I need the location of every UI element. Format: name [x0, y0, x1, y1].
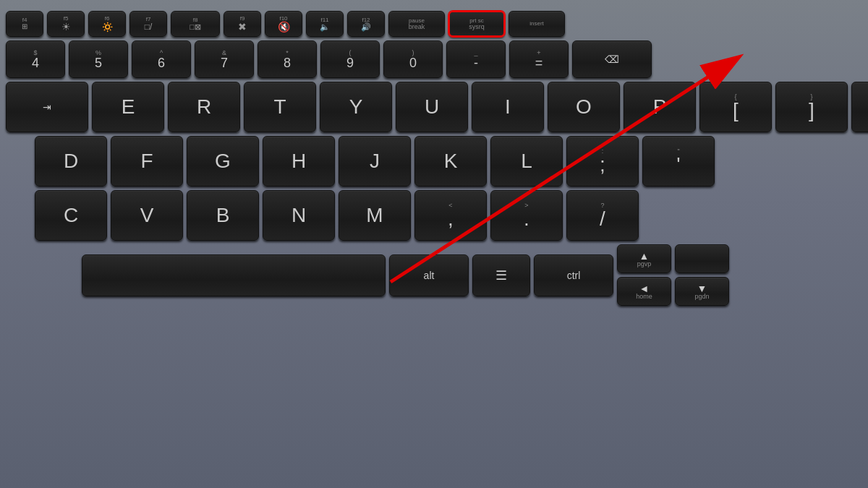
key-9[interactable]: ( 9 — [320, 40, 380, 78]
nav-key-group: ▲ pgvp ◄ home — [617, 244, 671, 306]
key-pause-break[interactable]: pause break — [388, 11, 445, 37]
key-f[interactable]: F — [111, 136, 183, 187]
key-v[interactable]: V — [111, 190, 183, 241]
key-left[interactable]: ◄ home — [617, 277, 671, 306]
keyboard: f4 ⊞ f5 ☀ f6 🔅 f7 □/ f8 □⊠ f9 ✖ f10 — [0, 0, 868, 488]
key-alt[interactable]: alt — [389, 254, 469, 296]
key-0[interactable]: ) 0 — [383, 40, 443, 78]
key-equals[interactable]: + = — [509, 40, 569, 78]
key-i[interactable]: I — [472, 82, 544, 132]
key-8[interactable]: * 8 — [258, 40, 317, 78]
bottom-row: alt ☰ ctrl ▲ pgvp ◄ home ▼ pgdn — [6, 244, 862, 306]
key-semicolon[interactable]: : ; — [566, 136, 639, 187]
key-u[interactable]: U — [396, 82, 468, 132]
key-backspace[interactable]: ⌫ — [572, 40, 652, 78]
key-m[interactable]: M — [339, 190, 411, 241]
key-pgup[interactable]: ▲ pgvp — [617, 244, 671, 273]
key-d[interactable]: D — [35, 136, 107, 187]
key-pgdn[interactable] — [675, 244, 729, 273]
key-f4[interactable]: f4 ⊞ — [6, 11, 43, 37]
key-ctrl[interactable]: ctrl — [534, 254, 613, 296]
key-f8[interactable]: f8 □⊠ — [171, 11, 220, 37]
key-t[interactable]: T — [244, 82, 316, 132]
key-pgdn2[interactable]: ▼ pgdn — [675, 277, 729, 306]
key-b[interactable]: B — [187, 190, 259, 241]
key-f12[interactable]: f12 🔊 — [347, 11, 385, 37]
key-insert[interactable]: insert — [509, 11, 565, 37]
key-h[interactable]: H — [263, 136, 335, 187]
key-e[interactable]: E — [92, 82, 164, 132]
key-f10[interactable]: f10 🔇 — [265, 11, 302, 37]
key-f7[interactable]: f7 □/ — [129, 11, 167, 37]
key-j[interactable]: J — [339, 136, 411, 187]
key-4[interactable]: $ 4 — [6, 40, 65, 78]
number-key-row: $ 4 % 5 ^ 6 & 7 * 8 ( 9 ) 0 _ - — [6, 40, 862, 78]
zxcv-row: C V B N M < , > . ? / — [6, 190, 862, 241]
key-l[interactable]: L — [490, 136, 563, 187]
key-minus[interactable]: _ - — [446, 40, 506, 78]
key-5[interactable]: % 5 — [69, 40, 128, 78]
key-f11[interactable]: f11 🔈 — [306, 11, 344, 37]
key-6[interactable]: ^ 6 — [132, 40, 191, 78]
key-lbracket[interactable]: { [ — [699, 82, 772, 132]
key-menu[interactable]: ☰ — [472, 254, 530, 296]
key-quote[interactable]: " ' — [642, 136, 715, 187]
key-f9[interactable]: f9 ✖ — [224, 11, 261, 37]
key-backslash[interactable]: \ — [851, 82, 868, 132]
key-f5[interactable]: f5 ☀ — [47, 11, 85, 37]
key-n[interactable]: N — [263, 190, 335, 241]
key-tab[interactable]: ⇥ — [6, 82, 88, 132]
nav-key-group2: ▼ pgdn — [675, 244, 729, 306]
key-p[interactable]: P — [624, 82, 696, 132]
key-rbracket[interactable]: } ] — [775, 82, 848, 132]
key-c[interactable]: C — [35, 190, 107, 241]
qwerty-row: ⇥ E R T Y U I O P { [ } ] — [6, 82, 862, 132]
key-period[interactable]: > . — [490, 190, 563, 241]
key-k[interactable]: K — [414, 136, 487, 187]
key-spacebar[interactable] — [82, 254, 386, 296]
key-y[interactable]: Y — [320, 82, 392, 132]
key-7[interactable]: & 7 — [195, 40, 254, 78]
key-r[interactable]: R — [168, 82, 240, 132]
asdf-row: D F G H J K L : ; " ' — [6, 136, 862, 187]
function-key-row: f4 ⊞ f5 ☀ f6 🔅 f7 □/ f8 □⊠ f9 ✖ f10 — [6, 7, 862, 37]
key-prt-sc-sysrq[interactable]: prt sc sysrq — [448, 11, 505, 37]
key-slash[interactable]: ? / — [566, 190, 639, 241]
key-f6[interactable]: f6 🔅 — [88, 11, 126, 37]
key-g[interactable]: G — [187, 136, 259, 187]
key-comma[interactable]: < , — [414, 190, 487, 241]
key-o[interactable]: O — [548, 82, 620, 132]
